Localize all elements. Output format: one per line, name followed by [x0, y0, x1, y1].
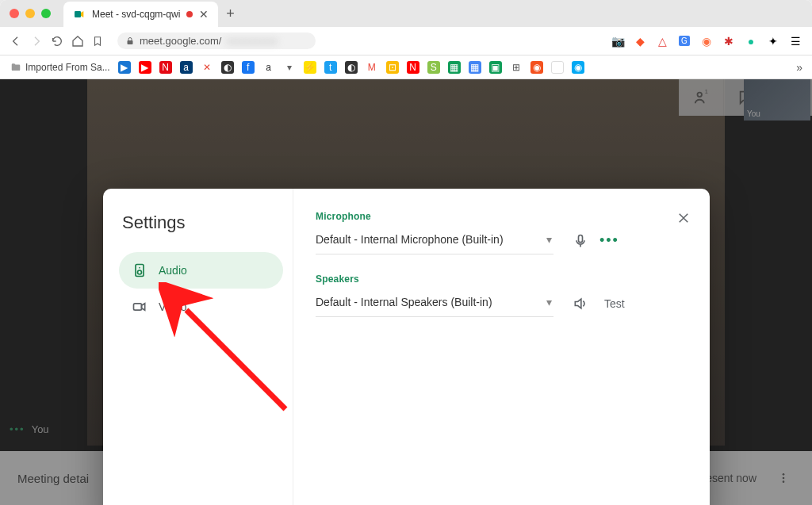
url-host: meet.google.com/: [140, 35, 221, 47]
extensions-button-icon[interactable]: ✦: [766, 34, 780, 48]
speakers-value: Default - Internal Speakers (Built-in): [316, 296, 492, 308]
bookmark-icon[interactable]: M: [366, 61, 378, 74]
bookmark-icon[interactable]: ◉: [530, 61, 543, 74]
reload-button[interactable]: [51, 35, 63, 48]
minimize-window-button[interactable]: [25, 9, 35, 18]
speakers-label: Speakers: [316, 274, 694, 285]
sound-icon: [573, 296, 588, 312]
tab-title: Meet - svd-cqgm-qwi: [92, 9, 180, 20]
settings-title: Settings: [122, 212, 283, 233]
tab-close-icon[interactable]: ✕: [199, 8, 209, 21]
bookmarks-bar: Imported From Sa... ▶ ▶ N a ✕ ◐ f a ▾ ⚡ …: [0, 55, 812, 79]
tab-video-label: Video: [159, 300, 187, 313]
meet-favicon-icon: [73, 8, 86, 21]
camera-status-icon[interactable]: 📷: [611, 34, 625, 48]
svg-rect-14: [134, 304, 142, 310]
microphone-value: Default - Internal Microphone (Built-in): [316, 233, 504, 246]
svg-rect-1: [128, 40, 133, 44]
bookmarks-overflow-button[interactable]: »: [796, 61, 802, 74]
settings-panel: Microphone Default - Internal Microphone…: [293, 189, 710, 505]
lock-icon: [125, 36, 135, 46]
svg-rect-15: [579, 235, 583, 242]
translate-ext-icon[interactable]: G: [677, 34, 691, 48]
bookmark-icon[interactable]: t: [324, 61, 337, 74]
bookmark-icon[interactable]: ⊞: [510, 61, 523, 74]
grammarly-ext-icon[interactable]: ●: [744, 34, 758, 48]
bookmark-icon[interactable]: a: [262, 61, 275, 74]
test-label: Test: [604, 297, 625, 310]
mic-indicator: •••: [573, 232, 619, 249]
speaker-icon: [132, 262, 147, 278]
bookmark-icon[interactable]: ▣: [489, 61, 502, 74]
dropdown-caret-icon: ▾: [546, 296, 552, 308]
mic-level-icon: •••: [599, 232, 619, 249]
url-path-blurred: xxxxxxxxxx: [226, 35, 278, 47]
address-bar[interactable]: meet.google.com/ xxxxxxxxxx: [117, 33, 316, 49]
bookmark-icon[interactable]: ▾: [283, 61, 296, 74]
microphone-icon: [573, 233, 588, 249]
nav-toolbar: meet.google.com/ xxxxxxxxxx 📷 ◆ △ G ◉ ✱ …: [0, 27, 812, 55]
window-controls: [10, 9, 51, 18]
bookmark-icon[interactable]: ▦: [469, 61, 481, 74]
bookmark-icon[interactable]: a: [180, 61, 193, 74]
extension-icons: 📷 ◆ △ G ◉ ✱ ● ✦ ☰: [611, 34, 802, 48]
triangle-ext-icon[interactable]: △: [655, 34, 669, 48]
svg-rect-0: [75, 11, 81, 17]
new-tab-button[interactable]: +: [218, 6, 243, 22]
close-icon: [676, 211, 691, 225]
microphone-section: Microphone Default - Internal Microphone…: [316, 211, 694, 254]
brave-icon[interactable]: ◆: [633, 34, 647, 48]
bookmark-icon[interactable]: ⚡: [304, 61, 316, 74]
speakers-section: Speakers Default - Internal Speakers (Bu…: [316, 274, 694, 317]
bookmark-icon[interactable]: ⊡: [386, 61, 399, 74]
browser-window: Meet - svd-cqgm-qwi ✕ + meet.google.com/…: [0, 0, 812, 505]
bookmark-icon[interactable]: N: [407, 61, 419, 74]
bookmark-icon[interactable]: ▦: [448, 61, 461, 74]
settings-dialog: Settings Audio Video: [103, 189, 710, 505]
bookmark-icon[interactable]: ✕: [201, 61, 213, 74]
maximize-window-button[interactable]: [41, 9, 51, 18]
bookmark-icon[interactable]: ◉: [572, 61, 584, 74]
bookmark-icon[interactable]: f: [242, 61, 255, 74]
settings-tab-video[interactable]: Video: [119, 289, 283, 325]
bookmark-icon[interactable]: N: [159, 61, 172, 74]
close-window-button[interactable]: [10, 9, 19, 18]
bookmark-icon[interactable]: ◐: [345, 61, 358, 74]
bookmark-icon[interactable]: ◐: [221, 61, 234, 74]
svg-point-12: [138, 270, 142, 274]
recording-indicator-icon: [186, 11, 193, 17]
folder-icon: [10, 62, 22, 73]
titlebar: Meet - svd-cqgm-qwi ✕ +: [0, 0, 812, 27]
home-button[interactable]: [71, 35, 84, 48]
forward-button[interactable]: [30, 35, 43, 48]
bookmark-folder-label: Imported From Sa...: [25, 62, 110, 73]
bookmark-icon[interactable]: ▶: [118, 61, 131, 74]
svg-point-13: [139, 267, 140, 269]
browser-tab[interactable]: Meet - svd-cqgm-qwi ✕: [63, 2, 218, 27]
dialog-close-button[interactable]: [672, 206, 695, 230]
bookmark-toolbar-icon[interactable]: [92, 35, 103, 48]
speakers-select[interactable]: Default - Internal Speakers (Built-in) ▾: [316, 289, 553, 317]
settings-tab-audio[interactable]: Audio: [119, 252, 283, 289]
video-icon: [132, 299, 147, 315]
settings-sidebar: Settings Audio Video: [103, 189, 293, 505]
bookmark-icon[interactable]: S: [427, 61, 440, 74]
tab-audio-label: Audio: [159, 264, 187, 277]
back-button[interactable]: [10, 35, 22, 48]
bookmark-icon[interactable]: ▶: [139, 61, 151, 74]
bookmark-icon[interactable]: G: [551, 61, 564, 74]
bookmark-folder[interactable]: Imported From Sa...: [10, 62, 110, 73]
microphone-select[interactable]: Default - Internal Microphone (Built-in)…: [316, 227, 553, 254]
test-speakers-button[interactable]: Test: [573, 296, 625, 312]
red-ext-icon[interactable]: ✱: [722, 34, 736, 48]
orange-ext-icon[interactable]: ◉: [699, 34, 714, 48]
browser-menu-icon[interactable]: ☰: [788, 34, 802, 48]
microphone-label: Microphone: [316, 211, 694, 222]
dropdown-caret-icon: ▾: [546, 233, 552, 246]
meet-content: 1 You ••• You Meeting detai Turn on capt…: [0, 79, 812, 505]
